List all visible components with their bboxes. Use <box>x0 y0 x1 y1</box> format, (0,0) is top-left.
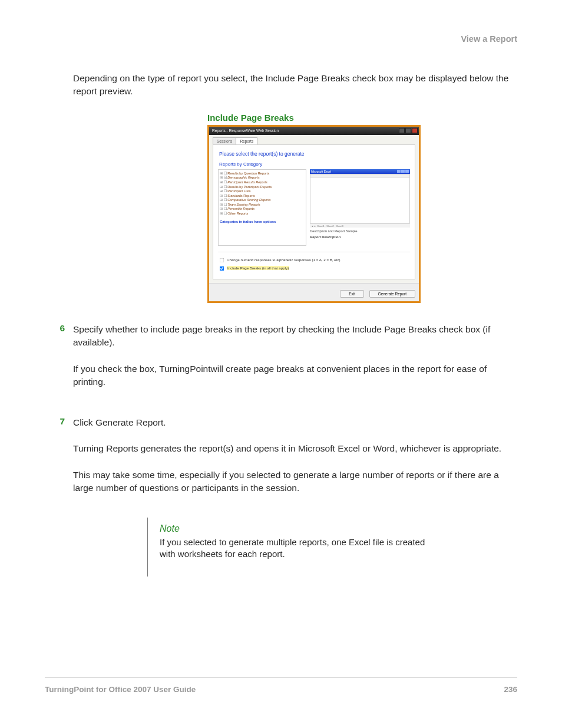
checkbox-pagebreaks-label: Include Page Breaks (in all that apply) <box>227 266 289 270</box>
preview-desc-sub: Report Description <box>310 235 410 239</box>
note-callout: Note If you selected to generate multipl… <box>147 518 430 577</box>
tree-item-label[interactable]: Team Scoring Reports <box>227 203 260 206</box>
tree-item-label[interactable]: Demographic Reports <box>227 176 259 179</box>
note-heading: Note <box>160 523 430 534</box>
tree-item-label[interactable]: Participant Results Reports <box>227 180 267 184</box>
preview-desc-heading: Description and Report Sample <box>310 229 410 233</box>
step-paragraph: Click Generate Report. <box>73 416 517 429</box>
dialog-prompt: Please select the report(s) to generate <box>219 151 409 157</box>
tree-footnote: Categories in italics have options <box>220 219 305 224</box>
preview-title: Microsoft Excel <box>311 170 331 173</box>
dialog-tabs: SessionsReports <box>209 135 419 144</box>
screenshot-figure: Reports - ResponseWare Web Session Sessi… <box>207 125 517 303</box>
tree-item-label[interactable]: Results by Question Reports <box>227 172 269 175</box>
step-6: 6 Specify whether to include page breaks… <box>45 323 517 402</box>
checkbox-alpha-responses[interactable]: Change numeric responses to alphabetic r… <box>218 256 410 264</box>
tree-item-label[interactable]: Comparative Scoring Reports <box>227 198 270 202</box>
tree-item-label[interactable]: Other Reports <box>227 212 248 215</box>
step-paragraph: Turning Reports generates the report(s) … <box>73 442 517 455</box>
step-7: 7 Click Generate Report. Turning Reports… <box>45 416 517 503</box>
minimize-icon[interactable] <box>399 128 405 133</box>
preview-pane: Microsoft Excel ◄ ► Sheet1 · Sheet2 · Sh… <box>310 169 410 246</box>
dialog-titlebar: Reports - ResponseWare Web Session <box>209 127 419 135</box>
footer-title: TurningPoint for Office 2007 User Guide <box>45 685 196 694</box>
dialog-title: Reports - ResponseWare Web Session <box>210 129 279 133</box>
preview-close-icon <box>405 170 409 173</box>
page-footer: TurningPoint for Office 2007 User Guide … <box>45 677 517 694</box>
note-text: If you selected to generate multiple rep… <box>160 536 430 561</box>
checkbox-alpha-label: Change numeric responses to alphabetic r… <box>227 258 340 262</box>
step-paragraph: This may take some time, especially if y… <box>73 469 517 495</box>
footer-page-number: 236 <box>504 685 517 694</box>
tree-item-label[interactable]: Percentile Reports <box>227 207 254 210</box>
exit-button[interactable]: Exit <box>340 290 364 298</box>
tab-sessions[interactable]: Sessions <box>213 137 236 144</box>
intro-paragraph: Depending on the type of report you sele… <box>73 72 517 98</box>
tree-item-label[interactable]: Participant Lists <box>227 189 250 193</box>
tree-item-label[interactable]: Standards Reports <box>227 194 255 197</box>
reports-dialog: Reports - ResponseWare Web Session Sessi… <box>207 125 421 303</box>
close-icon[interactable] <box>412 128 418 133</box>
step-paragraph: Specify whether to include page breaks i… <box>73 323 517 350</box>
category-tree[interactable]: Results by Question Reports Demographic … <box>218 169 306 246</box>
category-heading: Reports by Category <box>219 162 409 167</box>
preview-titlebar: Microsoft Excel <box>310 169 410 174</box>
checkbox-page-breaks[interactable]: Include Page Breaks (in all that apply) <box>218 265 410 272</box>
preview-sheet-tabs: ◄ ► Sheet1 · Sheet2 · Sheet3 <box>310 223 410 228</box>
tree-item-label[interactable]: Results by Participant Reports <box>227 185 272 189</box>
preview-sheet <box>310 174 410 223</box>
step-number: 7 <box>45 416 65 503</box>
dialog-footer: Exit Generate Report <box>209 283 419 301</box>
section-header-link[interactable]: View a Report <box>45 34 517 44</box>
step-number: 6 <box>45 323 65 402</box>
preview-max-icon <box>401 170 405 173</box>
checkbox-pagebreaks-input[interactable] <box>220 266 224 271</box>
tab-reports[interactable]: Reports <box>236 137 257 144</box>
preview-min-icon <box>397 170 401 173</box>
generate-report-button[interactable]: Generate Report <box>369 290 415 298</box>
figure-caption: Include Page Breaks <box>207 113 517 123</box>
checkbox-alpha-input[interactable] <box>220 258 224 263</box>
step-paragraph: If you check the box, TurningPointwill c… <box>73 363 517 389</box>
maximize-icon[interactable] <box>405 128 411 133</box>
